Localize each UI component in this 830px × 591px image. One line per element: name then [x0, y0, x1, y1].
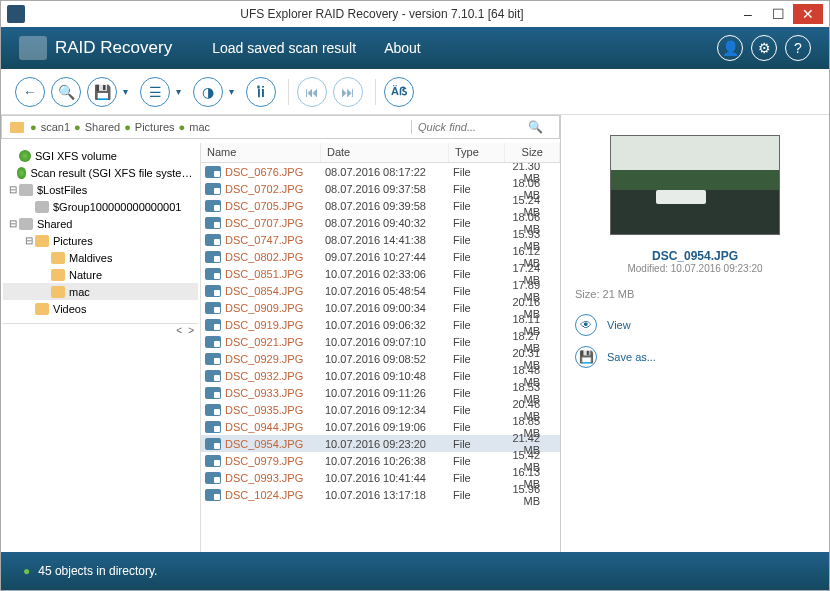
app-name: RAID Recovery — [55, 38, 172, 58]
list-button[interactable]: ☰ — [140, 77, 170, 107]
titlebar: UFS Explorer RAID Recovery - version 7.1… — [1, 1, 829, 27]
folder-icon — [51, 269, 65, 281]
file-row[interactable]: DSC_0851.JPG10.07.2016 02:33:06File17.24… — [201, 265, 560, 282]
file-row[interactable]: DSC_0944.JPG10.07.2016 09:19:06File18.85… — [201, 418, 560, 435]
image-icon — [205, 183, 221, 195]
quick-find: 🔍 — [411, 120, 551, 134]
save-as-button[interactable]: 💾 Save as... — [575, 346, 815, 368]
image-icon — [205, 438, 221, 450]
minimize-button[interactable]: – — [733, 4, 763, 24]
scroll-right[interactable]: > — [188, 325, 194, 336]
save-caret[interactable]: ▾ — [123, 86, 128, 97]
back-button[interactable]: ← — [15, 77, 45, 107]
toolbar: ← 🔍 💾▾ ☰▾ ◑▾ i̇̇i ⏮ ⏭ Äẞ — [1, 69, 829, 115]
status-bullet-icon: ● — [23, 564, 30, 578]
image-icon — [205, 421, 221, 433]
save-button[interactable]: 💾 — [87, 77, 117, 107]
breadcrumb-item[interactable]: Shared — [85, 121, 120, 133]
tree-item[interactable]: Nature — [3, 266, 198, 283]
file-row[interactable]: DSC_0909.JPG10.07.2016 09:00:34File20.16… — [201, 299, 560, 316]
col-size[interactable]: Size — [505, 143, 560, 162]
image-icon — [205, 472, 221, 484]
file-row[interactable]: DSC_1024.JPG10.07.2016 13:17:18File15.96… — [201, 486, 560, 503]
tree-item[interactable]: Maldives — [3, 249, 198, 266]
file-row[interactable]: DSC_0935.JPG10.07.2016 09:12:34File20.46… — [201, 401, 560, 418]
file-row[interactable]: DSC_0802.JPG09.07.2016 10:27:44File16.12… — [201, 248, 560, 265]
file-row[interactable]: DSC_0705.JPG08.07.2016 09:39:58File15.24… — [201, 197, 560, 214]
list-caret[interactable]: ▾ — [176, 86, 181, 97]
next-button[interactable]: ⏭ — [333, 77, 363, 107]
col-date[interactable]: Date — [321, 143, 449, 162]
breadcrumb-item[interactable]: Pictures — [135, 121, 175, 133]
tree-item[interactable]: ⊟$LostFiles — [3, 181, 198, 198]
tree-item[interactable]: SGI XFS volume — [3, 147, 198, 164]
tree-item[interactable]: ⊟Shared — [3, 215, 198, 232]
view-button[interactable]: 👁 View — [575, 314, 815, 336]
quick-find-input[interactable] — [418, 121, 528, 133]
file-row[interactable]: DSC_0929.JPG10.07.2016 09:08:52File20.31… — [201, 350, 560, 367]
image-icon — [205, 268, 221, 280]
filter-button[interactable]: ◑ — [193, 77, 223, 107]
user-icon[interactable]: 👤 — [717, 35, 743, 61]
menu-about[interactable]: About — [384, 40, 421, 56]
preview-modified: Modified: 10.07.2016 09:23:20 — [575, 263, 815, 274]
tree-view: SGI XFS volumeScan result (SGI XFS file … — [1, 143, 201, 552]
image-icon — [205, 200, 221, 212]
file-row[interactable]: DSC_0979.JPG10.07.2016 10:26:38File15.42… — [201, 452, 560, 469]
scroll-left[interactable]: < — [176, 325, 182, 336]
tree-item[interactable]: $Group100000000000001 — [3, 198, 198, 215]
file-row[interactable]: DSC_0707.JPG08.07.2016 09:40:32File18.06… — [201, 214, 560, 231]
prev-button[interactable]: ⏮ — [297, 77, 327, 107]
image-icon — [205, 234, 221, 246]
help-icon[interactable]: ? — [785, 35, 811, 61]
col-type[interactable]: Type — [449, 143, 505, 162]
maximize-button[interactable]: ☐ — [763, 4, 793, 24]
disk-icon — [19, 150, 31, 162]
close-button[interactable]: ✕ — [793, 4, 823, 24]
folder-icon — [35, 303, 49, 315]
image-icon — [205, 166, 221, 178]
folder-icon — [19, 218, 33, 230]
file-row[interactable]: DSC_0932.JPG10.07.2016 09:10:48File18.48… — [201, 367, 560, 384]
file-row[interactable]: DSC_0702.JPG08.07.2016 09:37:58File18.06… — [201, 180, 560, 197]
folder-icon — [51, 252, 65, 264]
tree-item[interactable]: ⊟Pictures — [3, 232, 198, 249]
file-row[interactable]: DSC_0919.JPG10.07.2016 09:06:32File18.11… — [201, 316, 560, 333]
tree-item[interactable]: Scan result (SGI XFS file system; 1.85 G… — [3, 164, 198, 181]
file-row[interactable]: DSC_0747.JPG08.07.2016 14:41:38File15.93… — [201, 231, 560, 248]
image-icon — [205, 251, 221, 263]
gear-icon[interactable]: ⚙ — [751, 35, 777, 61]
folder-icon — [51, 286, 65, 298]
preview-filename: DSC_0954.JPG — [575, 249, 815, 263]
filter-caret[interactable]: ▾ — [229, 86, 234, 97]
file-row[interactable]: DSC_0921.JPG10.07.2016 09:07:10File18.27… — [201, 333, 560, 350]
image-icon — [205, 489, 221, 501]
tree-item[interactable]: Videos — [3, 300, 198, 317]
statusbar: ● 45 objects in directory. — [1, 552, 829, 590]
app-header: RAID Recovery Load saved scan result Abo… — [1, 27, 829, 69]
disk-icon — [17, 167, 27, 179]
menu-load-saved[interactable]: Load saved scan result — [212, 40, 356, 56]
col-name[interactable]: Name — [201, 143, 321, 162]
file-row[interactable]: DSC_0854.JPG10.07.2016 05:48:54File17.89… — [201, 282, 560, 299]
find-button[interactable]: i̇̇i — [246, 77, 276, 107]
file-row[interactable]: DSC_0954.JPG10.07.2016 09:23:20File21.42… — [201, 435, 560, 452]
breadcrumb-item[interactable]: mac — [189, 121, 210, 133]
image-icon — [205, 285, 221, 297]
breadcrumb: ●scan1●Shared●Pictures●mac 🔍 — [1, 115, 560, 139]
breadcrumb-item[interactable]: scan1 — [41, 121, 70, 133]
image-icon — [205, 404, 221, 416]
file-list: Name Date Type Size DSC_0676.JPG08.07.20… — [201, 143, 560, 552]
folder-icon — [19, 184, 33, 196]
search-icon[interactable]: 🔍 — [528, 120, 543, 134]
preview-size: Size: 21 MB — [575, 288, 815, 300]
tree-item[interactable]: mac — [3, 283, 198, 300]
image-icon — [205, 319, 221, 331]
search-button[interactable]: 🔍 — [51, 77, 81, 107]
file-row[interactable]: DSC_0933.JPG10.07.2016 09:11:26File18.53… — [201, 384, 560, 401]
file-row[interactable]: DSC_0676.JPG08.07.2016 08:17:22File21.30… — [201, 163, 560, 180]
file-row[interactable]: DSC_0993.JPG10.07.2016 10:41:44File16.13… — [201, 469, 560, 486]
preview-thumbnail — [610, 135, 780, 235]
folder-icon — [10, 122, 24, 133]
case-button[interactable]: Äẞ — [384, 77, 414, 107]
